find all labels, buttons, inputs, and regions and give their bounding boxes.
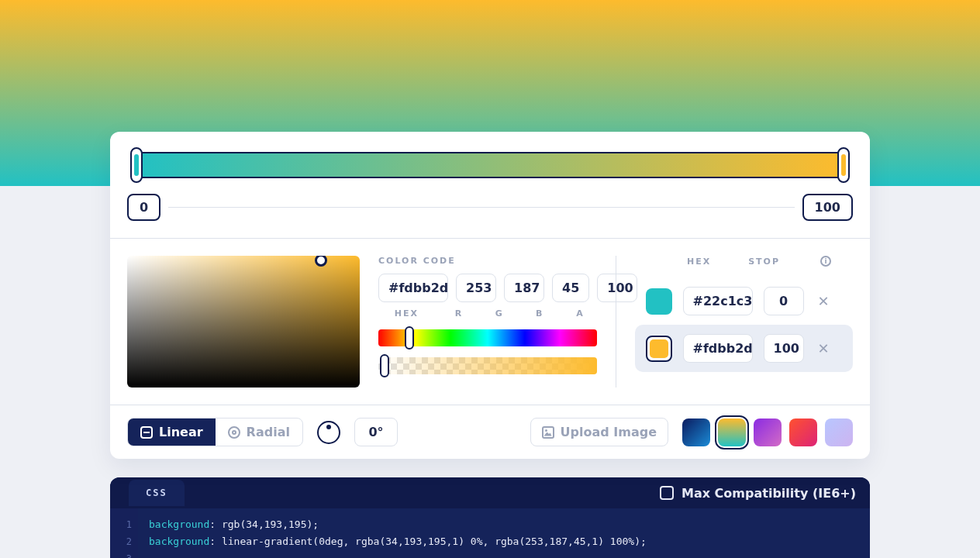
gradient-type-tabs: Linear Radial	[127, 418, 303, 446]
preset-4[interactable]	[825, 418, 853, 446]
code-tab-css[interactable]: CSS	[129, 480, 185, 506]
stop-pos-input-0[interactable]: 0	[764, 287, 804, 315]
vertical-divider	[616, 256, 616, 388]
line-gutter: 1 2 3	[110, 508, 138, 558]
max-compat-label: Max Compatibility (IE6+)	[682, 486, 856, 501]
b-label: B	[523, 308, 556, 319]
preset-0[interactable]	[682, 418, 710, 446]
r-input[interactable]: 253	[456, 274, 496, 302]
code-panel: CSS Max Compatibility (IE6+) 1 2 3 backg…	[110, 477, 870, 558]
gradient-handle-left[interactable]	[130, 147, 143, 183]
stop-swatch-1[interactable]	[646, 336, 672, 362]
max-compat-toggle[interactable]: Max Compatibility (IE6+)	[660, 486, 856, 501]
hex-column-label: HEX	[687, 257, 711, 267]
preset-3[interactable]	[789, 418, 817, 446]
tab-radial[interactable]: Radial	[216, 418, 302, 446]
hex-label: HEX	[378, 308, 435, 319]
stop-row-0[interactable]: #22c1c3 0 ✕	[635, 277, 854, 325]
remove-stop-1[interactable]: ✕	[815, 340, 833, 356]
g-label: G	[483, 308, 516, 319]
tab-linear[interactable]: Linear	[128, 418, 216, 446]
r-label: R	[443, 308, 475, 319]
b-input[interactable]: 45	[552, 274, 589, 302]
stop-hex-input-1[interactable]: #fdbb2d	[683, 334, 753, 363]
stop-position-right[interactable]: 100	[802, 194, 853, 221]
alpha-slider[interactable]	[378, 357, 597, 374]
a-label: A	[564, 308, 596, 319]
color-code-heading: COLOR CODE	[378, 256, 597, 266]
preset-1[interactable]	[718, 418, 746, 446]
angle-knob[interactable]	[317, 421, 340, 444]
preset-2[interactable]	[754, 418, 782, 446]
linear-icon	[140, 426, 153, 439]
stop-position-left[interactable]: 0	[127, 194, 160, 221]
tab-linear-label: Linear	[159, 425, 203, 439]
editor-card: 0 100 COLOR CODE #fdbb2d 253 187 45 100 …	[110, 132, 870, 459]
stop-slider-track[interactable]	[168, 207, 794, 208]
preset-list	[682, 418, 853, 446]
hex-input[interactable]: #fdbb2d	[378, 274, 448, 302]
g-input[interactable]: 187	[504, 274, 544, 302]
picker-cursor[interactable]	[315, 256, 327, 267]
alpha-handle[interactable]	[380, 354, 389, 377]
gradient-bar[interactable]	[130, 149, 850, 181]
stop-row-1[interactable]: #fdbb2d 100 ✕	[635, 325, 854, 372]
stop-hex-input-0[interactable]: #22c1c3	[683, 287, 753, 315]
radial-icon	[228, 426, 240, 439]
angle-input[interactable]: 0°	[354, 418, 398, 446]
a-input[interactable]: 100	[597, 274, 637, 302]
upload-image-button[interactable]: Upload Image	[530, 418, 668, 446]
info-icon[interactable]: i	[820, 256, 831, 267]
stop-swatch-0[interactable]	[646, 288, 672, 315]
stop-column-label: STOP	[748, 257, 780, 267]
gradient-bar-track[interactable]	[136, 152, 844, 178]
image-icon	[542, 426, 554, 439]
gradient-handle-right[interactable]	[837, 147, 850, 183]
upload-label: Upload Image	[561, 425, 657, 439]
stop-pos-input-1[interactable]: 100	[764, 334, 804, 363]
code-content[interactable]: background: rgb(34,193,195); background:…	[138, 508, 870, 558]
hue-slider[interactable]	[378, 329, 597, 346]
checkbox-icon[interactable]	[660, 486, 674, 500]
remove-stop-0[interactable]: ✕	[815, 293, 833, 309]
saturation-value-picker[interactable]	[127, 256, 360, 388]
tab-radial-label: Radial	[247, 425, 290, 439]
hue-handle[interactable]	[405, 326, 414, 350]
